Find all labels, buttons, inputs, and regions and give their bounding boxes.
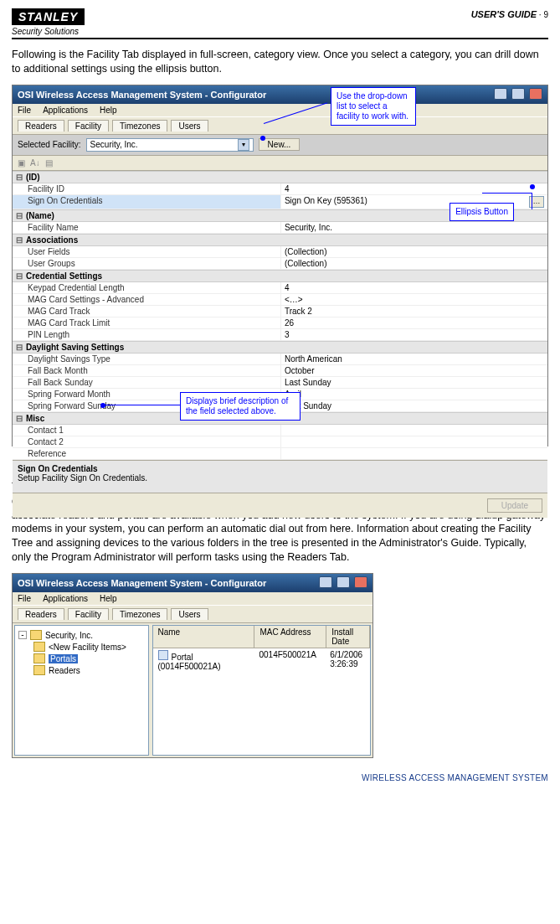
property-value[interactable]: North American xyxy=(280,354,547,364)
property-row[interactable]: Facility NameSecurity, Inc. xyxy=(13,222,547,234)
property-label: MAG Card Track Limit xyxy=(13,317,280,328)
facility-dropdown[interactable]: Security, Inc. ▾ xyxy=(86,138,254,152)
property-row[interactable]: Reference xyxy=(13,448,547,460)
col-name[interactable]: Name xyxy=(153,626,255,648)
property-grid-toolbar: ▣ A↓ ▤ xyxy=(13,156,547,171)
list-row[interactable]: Portal (0014F500021A) 0014F500021A 6/1/2… xyxy=(153,648,371,673)
categorized-view-icon[interactable]: ▣ xyxy=(18,158,25,168)
property-row[interactable]: MAG Card Settings - Advanced<…> xyxy=(13,294,547,306)
tree-item-readers[interactable]: Readers xyxy=(33,664,145,676)
callout-dropdown-dot xyxy=(260,136,265,141)
property-value[interactable]: Security, Inc. xyxy=(280,222,547,233)
maximize-icon[interactable] xyxy=(337,576,350,588)
property-row[interactable]: Contact 1 xyxy=(13,425,547,436)
menu-applications[interactable]: Applications xyxy=(43,106,88,115)
property-value[interactable]: Last Sunday xyxy=(280,377,547,388)
property-value[interactable]: Track 2 xyxy=(280,306,547,317)
property-label: Contact 1 xyxy=(13,425,280,436)
minimize-icon[interactable] xyxy=(319,576,332,588)
menu-file[interactable]: File xyxy=(18,594,31,603)
menu-bar-2: File Applications Help xyxy=(13,592,372,605)
collapse-icon[interactable]: ⊟ xyxy=(16,343,26,352)
collapse-icon[interactable]: ⊟ xyxy=(16,235,26,245)
category-row[interactable]: ⊟Associations xyxy=(13,234,547,246)
tab-users[interactable]: Users xyxy=(171,120,208,132)
property-row[interactable]: MAG Card TrackTrack 2 xyxy=(13,306,547,317)
property-value[interactable] xyxy=(280,436,547,447)
category-row[interactable]: ⊟Daylight Saving Settings xyxy=(13,341,547,354)
property-pages-icon[interactable]: ▤ xyxy=(45,158,53,168)
tree-item-label: <New Facility Items> xyxy=(49,643,126,652)
tab-facility[interactable]: Facility xyxy=(68,120,109,132)
property-row[interactable]: User Fields(Collection) xyxy=(13,246,547,258)
property-row[interactable]: Facility ID4 xyxy=(13,183,547,195)
property-value[interactable]: 26 xyxy=(280,317,547,328)
property-label: Reference xyxy=(13,448,280,459)
folder-icon xyxy=(30,630,42,640)
property-value[interactable] xyxy=(280,448,547,459)
row-mac: 0014F500021A xyxy=(254,648,325,673)
facility-tree[interactable]: - Security, Inc. <New Facility Items> Po… xyxy=(14,625,149,756)
collapse-icon[interactable]: ⊟ xyxy=(16,211,26,220)
help-title: Sign On Credentials xyxy=(18,464,542,473)
property-value[interactable]: (Collection) xyxy=(280,246,547,257)
tree-item-portals[interactable]: Portals xyxy=(33,653,145,664)
property-row[interactable]: Fall Back SundayLast Sunday xyxy=(13,377,547,389)
property-value[interactable]: 3 xyxy=(280,329,547,340)
close-icon[interactable] xyxy=(354,576,367,588)
tree-item-new[interactable]: <New Facility Items> xyxy=(33,641,145,653)
property-value[interactable] xyxy=(280,425,547,436)
property-value[interactable]: April xyxy=(280,389,547,400)
new-button[interactable]: New... xyxy=(259,138,301,151)
col-mac[interactable]: MAC Address xyxy=(254,626,326,648)
property-row[interactable]: Fall Back MonthOctober xyxy=(13,365,547,377)
property-row[interactable]: Daylight Savings TypeNorth American xyxy=(13,354,547,365)
property-row[interactable]: Contact 2 xyxy=(13,436,547,448)
menu-help[interactable]: Help xyxy=(100,594,117,603)
category-row[interactable]: ⊟(ID) xyxy=(13,171,547,183)
property-value[interactable]: October xyxy=(280,365,547,376)
collapse-icon[interactable]: ⊟ xyxy=(16,414,26,423)
property-value[interactable]: (Collection) xyxy=(280,258,547,269)
tab-readers[interactable]: Readers xyxy=(18,608,64,620)
tab-facility[interactable]: Facility xyxy=(68,608,109,620)
col-install-date[interactable]: Install Date xyxy=(326,626,370,648)
property-label: Keypad Credential Length xyxy=(13,282,280,293)
minimize-icon[interactable] xyxy=(494,88,507,100)
menu-file[interactable]: File xyxy=(18,106,31,115)
property-row[interactable]: PIN Length3 xyxy=(13,329,547,341)
window2-titlebar[interactable]: OSI Wireless Access Management System - … xyxy=(13,574,372,592)
category-name: Associations xyxy=(26,235,78,245)
tab-timezones[interactable]: Timezones xyxy=(112,120,168,132)
close-icon[interactable] xyxy=(529,88,542,100)
menu-applications[interactable]: Applications xyxy=(43,594,88,603)
tab-readers[interactable]: Readers xyxy=(18,120,64,132)
minus-icon[interactable]: - xyxy=(18,631,27,639)
property-label: Sign On Credentials xyxy=(13,195,280,209)
category-name: Credential Settings xyxy=(26,271,102,281)
property-row[interactable]: Keypad Credential Length4 xyxy=(13,282,547,294)
device-list: Name MAC Address Install Date Portal (00… xyxy=(152,625,372,756)
tree-root[interactable]: - Security, Inc. xyxy=(18,629,145,641)
window-titlebar[interactable]: OSI Wireless Access Management System - … xyxy=(13,85,547,104)
property-row[interactable]: User Groups(Collection) xyxy=(13,258,547,270)
alphabetical-view-icon[interactable]: A↓ xyxy=(30,158,40,168)
tab-users[interactable]: Users xyxy=(171,608,208,620)
property-value[interactable]: First Sunday xyxy=(280,400,547,411)
property-row[interactable]: MAG Card Track Limit26 xyxy=(13,317,547,329)
maximize-icon[interactable] xyxy=(511,88,525,100)
update-button[interactable]: Update xyxy=(487,498,542,513)
category-row[interactable]: ⊟Credential Settings xyxy=(13,270,547,282)
property-value[interactable]: <…> xyxy=(280,294,547,305)
collapse-icon[interactable]: ⊟ xyxy=(16,271,26,281)
property-value[interactable]: 4 xyxy=(280,282,547,293)
tree-item-label: Portals xyxy=(49,654,78,663)
collapse-icon[interactable]: ⊟ xyxy=(16,173,26,182)
menu-help[interactable]: Help xyxy=(100,106,117,115)
window2-controls xyxy=(317,576,367,590)
tab-timezones[interactable]: Timezones xyxy=(112,608,168,620)
chevron-down-icon[interactable]: ▾ xyxy=(238,139,249,151)
callout-help: Displays brief description of the field … xyxy=(180,392,301,421)
category-name: (Name) xyxy=(26,211,54,220)
property-label: MAG Card Settings - Advanced xyxy=(13,294,280,305)
